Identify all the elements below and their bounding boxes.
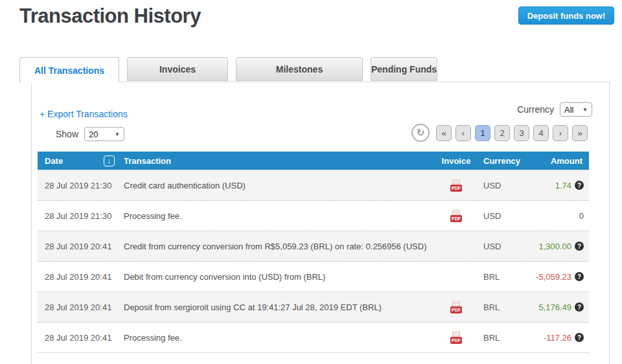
page-title: Transaction History [19,5,201,28]
tab[interactable]: Pending Funds [371,57,437,81]
transactions-table: Date ↓ Transaction Invoice Currency Amou… [38,152,589,353]
page-buttons: « ‹ 1 2 3 4 › » [436,125,588,141]
amount-cell: -5,059.23 ? [523,272,589,282]
amount-cell: 1.74 ? [523,181,589,190]
sort-date-icon[interactable]: ↓ [104,155,115,166]
invoice-cell: PDF [439,301,474,313]
amount-cell: -117.26 ? [523,333,589,343]
chevron-down-icon: ▼ [582,107,588,113]
chevron-down-icon: ▼ [115,131,120,137]
invoice-pdf-icon[interactable]: PDF [450,210,462,222]
pagination-button[interactable]: « [436,125,452,141]
table-row: 28 Jul 2019 21:30 Credit card authentica… [38,170,589,201]
transaction-date: 28 Jul 2019 20:41 [38,272,124,282]
table-row: 28 Jul 2019 20:41 Debit from currency co… [38,262,589,292]
refresh-button[interactable]: ↻ [411,124,430,142]
currency-label: Currency [517,104,554,115]
amount-cell: 0 ? [523,211,589,221]
table-header: Date ↓ Transaction Invoice Currency Amou… [38,152,589,170]
invoice-cell: PDF [439,179,474,192]
transaction-currency: BRL [474,302,523,312]
show-select-value: 20 [89,130,98,139]
transaction-amount: 1.74 [555,181,571,190]
transaction-description: Processing fee. [124,333,439,343]
invoice-pdf-icon[interactable]: PDF [450,301,462,313]
transaction-currency: USD [474,211,523,221]
help-icon[interactable]: ? [575,181,584,190]
pagination-button[interactable]: 2 [494,125,510,141]
pagination-button[interactable]: 3 [514,125,529,141]
show-per-page: Show 20 ▼ [56,127,124,141]
column-header-transaction: Transaction [124,156,439,166]
transaction-date: 28 Jul 2019 21:30 [38,181,124,190]
column-header-currency: Currency [474,156,523,166]
pagination-button[interactable]: 1 [475,125,490,141]
transaction-amount: 5,176.49 [538,302,571,312]
export-transactions-link[interactable]: + Export Transactions [40,109,128,119]
column-header-amount: Amount [523,156,589,166]
transaction-date: 28 Jul 2019 20:41 [38,242,124,251]
invoice-cell: PDF [439,332,474,344]
transaction-amount: 0 [579,211,584,221]
transaction-description: Deposit from sergioroit using CC at 19:4… [124,302,439,312]
pagination-button[interactable]: » [572,125,588,141]
tab[interactable]: Milestones [236,57,363,81]
deposit-funds-button[interactable]: Deposit funds now! [518,6,614,25]
transactions-panel: + Export Transactions Currency All ▼ Sho… [31,82,610,364]
table-body: 28 Jul 2019 21:30 Credit card authentica… [38,170,589,353]
help-icon[interactable]: ? [575,302,584,312]
transaction-currency: USD [474,181,523,190]
tab-bar: All Transactions Invoices Milestones Pen… [19,57,437,83]
transaction-amount: -5,059.23 [536,272,571,282]
table-row: 28 Jul 2019 20:41 Processing fee. PDF BR… [38,323,589,353]
pagination-button[interactable]: ‹ [455,125,471,141]
invoice-pdf-icon[interactable]: PDF [450,179,462,192]
transaction-amount: 1,300.00 [538,242,571,251]
table-row: 28 Jul 2019 20:41 Credit from currency c… [38,231,589,262]
transaction-date: 28 Jul 2019 20:41 [38,333,124,343]
transaction-description: Credit card authentication (USD) [124,181,439,190]
transaction-amount: -117.26 [544,333,571,343]
help-icon[interactable]: ? [575,272,584,281]
transaction-date: 28 Jul 2019 20:41 [38,302,124,312]
help-icon[interactable]: ? [575,333,584,342]
pagination-button[interactable]: 4 [533,125,549,141]
transaction-currency: USD [474,242,523,251]
help-icon[interactable]: ? [575,242,584,251]
refresh-icon: ↻ [417,127,425,139]
currency-select[interactable]: All ▼ [560,102,592,117]
currency-filter: Currency All ▼ [517,102,592,117]
transaction-description: Processing fee. [124,211,439,221]
show-select[interactable]: 20 ▼ [84,127,124,141]
table-row: 28 Jul 2019 21:30 Processing fee. PDF US… [38,201,589,231]
transaction-description: Debit from currency conversion into (USD… [124,272,439,282]
invoice-cell: PDF [439,210,474,222]
column-header-date: Date ↓ [38,155,124,166]
column-header-invoice: Invoice [439,156,474,166]
currency-select-value: All [564,105,573,115]
show-label: Show [56,129,78,139]
tab[interactable]: All Transactions [19,57,119,83]
amount-cell: 5,176.49 ? [523,302,589,312]
pagination: ↻ « ‹ 1 2 3 4 › » [411,124,588,142]
transaction-description: Credit from currency conversion from R$5… [124,242,439,251]
transaction-date: 28 Jul 2019 21:30 [38,211,124,221]
tab[interactable]: Invoices [127,57,228,81]
amount-cell: 1,300.00 ? [523,242,589,251]
invoice-pdf-icon[interactable]: PDF [450,332,462,344]
pagination-button[interactable]: › [553,125,568,141]
transaction-currency: BRL [474,272,523,282]
transaction-currency: BRL [474,333,523,343]
table-row: 28 Jul 2019 20:41 Deposit from sergioroi… [38,292,589,323]
